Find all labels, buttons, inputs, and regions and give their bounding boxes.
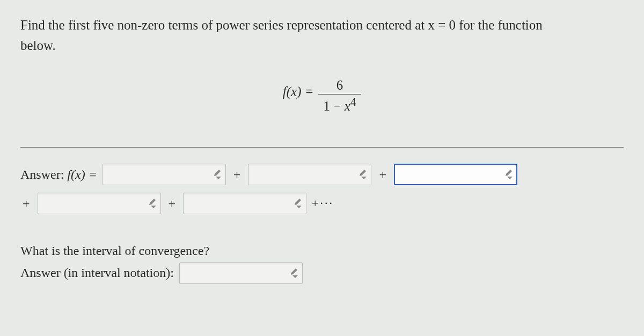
term-3-input[interactable] <box>394 164 517 185</box>
ioc-input[interactable] <box>179 262 303 284</box>
equation: f(x) = 6 1 − x4 <box>20 78 624 114</box>
divider <box>20 147 624 148</box>
prompt-line-1: Find the first five non-zero terms of po… <box>20 18 543 32</box>
equation-denominator: 1 − x4 <box>318 94 362 114</box>
answer-label: Answer: f(x) = <box>20 167 97 182</box>
equation-numerator: 6 <box>331 78 349 94</box>
term-5-input[interactable] <box>183 193 306 214</box>
ioc-block: What is the interval of convergence? Ans… <box>20 240 624 284</box>
equation-editor-icon[interactable] <box>506 170 514 179</box>
equation-editor-icon[interactable] <box>295 199 303 208</box>
term-3-wrap <box>394 164 517 185</box>
term-4-input[interactable] <box>38 193 161 214</box>
plus-ellipsis: +··· <box>312 196 334 210</box>
equation-fraction: 6 1 − x4 <box>318 78 362 114</box>
ioc-label: Answer (in interval notation): <box>20 262 174 284</box>
plus-1: + <box>231 167 243 182</box>
equation-editor-icon[interactable] <box>291 268 299 278</box>
plus-3: + <box>20 196 32 211</box>
ioc-answer-row: Answer (in interval notation): <box>20 262 624 284</box>
term-2-input[interactable] <box>248 164 371 185</box>
question-prompt: Find the first five non-zero terms of po… <box>20 15 624 55</box>
equation-lhs: f(x) = <box>283 78 318 114</box>
term-1-input[interactable] <box>103 164 226 185</box>
plus-4: + <box>166 196 178 211</box>
term-1-wrap <box>103 164 226 185</box>
term-4-wrap <box>38 193 161 214</box>
term-2-wrap <box>248 164 371 185</box>
answer-row-1: Answer: f(x) = + + <box>20 164 624 185</box>
answer-area: Answer: f(x) = + + + <box>20 164 624 284</box>
plus-2: + <box>377 167 389 182</box>
ioc-question: What is the interval of convergence? <box>20 240 624 262</box>
term-5-wrap <box>183 193 306 214</box>
answer-row-2: + + +··· <box>20 193 624 214</box>
equation-editor-icon[interactable] <box>149 199 158 208</box>
equation-editor-icon[interactable] <box>360 170 368 179</box>
equation-editor-icon[interactable] <box>214 170 223 179</box>
prompt-line-2: below. <box>20 38 56 53</box>
ioc-input-wrap <box>179 262 303 284</box>
